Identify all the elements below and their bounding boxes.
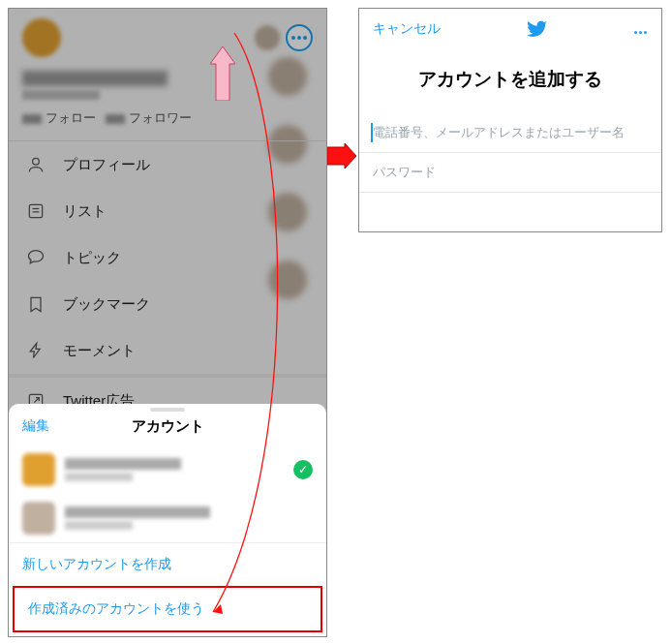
- bolt-icon: [26, 341, 46, 360]
- avatar: [22, 453, 55, 486]
- twitter-bird-icon: [527, 18, 548, 40]
- user-handle: [22, 90, 100, 100]
- menu-label: モーメント: [63, 342, 136, 360]
- menu-bookmark[interactable]: ブックマーク: [9, 281, 326, 327]
- check-icon: ✓: [293, 460, 313, 479]
- password-input[interactable]: パスワード: [359, 153, 661, 193]
- menu-topic[interactable]: トピック: [9, 234, 326, 281]
- highlight-annotation: 作成済みのアカウントを使う: [13, 586, 322, 632]
- followers-label: フォロワー: [129, 110, 192, 125]
- list-icon: [26, 201, 46, 221]
- login-title: アカウントを追加する: [359, 49, 661, 113]
- menu-list[interactable]: リスト: [9, 188, 326, 234]
- follow-stats[interactable]: フォロー フォロワー: [9, 106, 326, 140]
- menu-label: トピック: [63, 249, 121, 267]
- menu-label: プロフィール: [63, 156, 150, 174]
- menu-label: リスト: [63, 202, 107, 221]
- svg-rect-1: [29, 204, 42, 217]
- use-existing-account-link[interactable]: 作成済みのアカウントを使う: [15, 588, 320, 630]
- cancel-button[interactable]: キャンセル: [373, 20, 441, 38]
- svg-point-0: [33, 158, 40, 165]
- display-name: [22, 71, 168, 86]
- username-input[interactable]: 電話番号、メールアドレスまたはユーザー名: [359, 113, 661, 153]
- avatar: [22, 502, 55, 535]
- topic-icon: [26, 248, 46, 267]
- menu-moment[interactable]: モーメント: [9, 327, 326, 374]
- arrow-annotation: [210, 46, 235, 105]
- sheet-title: アカウント: [132, 417, 204, 434]
- avatar[interactable]: [22, 18, 61, 57]
- following-label: フォロー: [46, 110, 96, 125]
- accounts-more-button[interactable]: [286, 24, 313, 51]
- bookmark-icon: [26, 294, 46, 314]
- menu-profile[interactable]: プロフィール: [9, 141, 326, 188]
- menu-label: ブックマーク: [63, 295, 150, 314]
- avatar-small[interactable]: [255, 25, 280, 50]
- arrow-annotation: [327, 143, 356, 172]
- drawer-panel: フォロー フォロワー プロフィール リスト トピック ブックマーク: [8, 8, 327, 637]
- more-options-button[interactable]: [633, 20, 648, 38]
- login-panel: キャンセル アカウントを追加する 電話番号、メールアドレスまたはユーザー名 パス…: [358, 8, 662, 232]
- svg-marker-5: [327, 143, 356, 169]
- account-row[interactable]: [9, 494, 326, 542]
- svg-marker-6: [210, 46, 235, 101]
- create-new-account-link[interactable]: 新しいアカウントを作成: [9, 542, 326, 586]
- person-icon: [26, 155, 46, 174]
- edit-button[interactable]: 編集: [22, 417, 49, 435]
- account-sheet: 編集 アカウント ✓ 新しいアカウントを作成 作成済みのアカウントを使う: [9, 404, 326, 636]
- drawer-header: [9, 9, 326, 67]
- account-row[interactable]: ✓: [9, 445, 326, 494]
